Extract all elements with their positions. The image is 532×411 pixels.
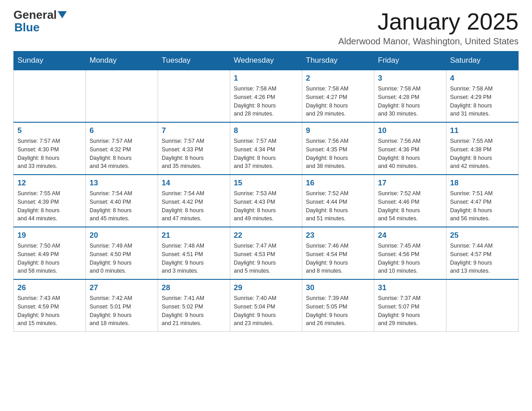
day-info: Sunrise: 7:57 AM Sunset: 4:30 PM Dayligh… xyxy=(17,137,82,171)
day-number: 18 xyxy=(450,179,515,188)
day-number: 12 xyxy=(17,179,82,188)
calendar-cell: 5Sunrise: 7:57 AM Sunset: 4:30 PM Daylig… xyxy=(14,122,86,175)
day-number: 2 xyxy=(306,74,370,83)
calendar-header-saturday: Saturday xyxy=(446,51,519,70)
day-info: Sunrise: 7:57 AM Sunset: 4:33 PM Dayligh… xyxy=(162,137,226,171)
calendar-cell: 2Sunrise: 7:58 AM Sunset: 4:27 PM Daylig… xyxy=(302,70,374,122)
calendar-cell: 18Sunrise: 7:51 AM Sunset: 4:47 PM Dayli… xyxy=(446,175,519,227)
day-info: Sunrise: 7:42 AM Sunset: 5:01 PM Dayligh… xyxy=(90,294,154,328)
calendar-cell: 23Sunrise: 7:46 AM Sunset: 4:54 PM Dayli… xyxy=(302,227,374,279)
calendar-header-row: SundayMondayTuesdayWednesdayThursdayFrid… xyxy=(14,51,519,70)
calendar-cell: 11Sunrise: 7:55 AM Sunset: 4:38 PM Dayli… xyxy=(446,122,519,175)
day-info: Sunrise: 7:46 AM Sunset: 4:54 PM Dayligh… xyxy=(306,242,370,275)
calendar-cell: 10Sunrise: 7:56 AM Sunset: 4:36 PM Dayli… xyxy=(374,122,446,175)
calendar-week-row-5: 26Sunrise: 7:43 AM Sunset: 4:59 PM Dayli… xyxy=(14,279,519,332)
day-number: 16 xyxy=(306,179,370,188)
day-info: Sunrise: 7:57 AM Sunset: 4:34 PM Dayligh… xyxy=(234,137,298,171)
day-info: Sunrise: 7:56 AM Sunset: 4:36 PM Dayligh… xyxy=(378,137,442,171)
day-info: Sunrise: 7:48 AM Sunset: 4:51 PM Dayligh… xyxy=(162,242,226,275)
day-info: Sunrise: 7:54 AM Sunset: 4:40 PM Dayligh… xyxy=(90,189,154,223)
calendar-cell: 19Sunrise: 7:50 AM Sunset: 4:49 PM Dayli… xyxy=(14,227,86,279)
day-info: Sunrise: 7:45 AM Sunset: 4:56 PM Dayligh… xyxy=(378,242,442,275)
day-info: Sunrise: 7:57 AM Sunset: 4:32 PM Dayligh… xyxy=(90,137,154,171)
calendar-week-row-3: 12Sunrise: 7:55 AM Sunset: 4:39 PM Dayli… xyxy=(14,175,519,227)
calendar-cell: 28Sunrise: 7:41 AM Sunset: 5:02 PM Dayli… xyxy=(158,279,230,332)
logo-triangle-icon xyxy=(58,11,67,18)
day-info: Sunrise: 7:58 AM Sunset: 4:26 PM Dayligh… xyxy=(234,85,298,118)
day-info: Sunrise: 7:39 AM Sunset: 5:05 PM Dayligh… xyxy=(306,294,370,328)
day-number: 31 xyxy=(378,283,442,292)
day-number: 15 xyxy=(234,179,298,188)
calendar-week-row-4: 19Sunrise: 7:50 AM Sunset: 4:49 PM Dayli… xyxy=(14,227,519,279)
logo-general-text: General xyxy=(13,9,57,21)
day-info: Sunrise: 7:51 AM Sunset: 4:47 PM Dayligh… xyxy=(450,189,515,223)
calendar-cell: 21Sunrise: 7:48 AM Sunset: 4:51 PM Dayli… xyxy=(158,227,230,279)
calendar-header-monday: Monday xyxy=(86,51,158,70)
day-number: 4 xyxy=(450,74,515,83)
calendar-week-row-1: 1Sunrise: 7:58 AM Sunset: 4:26 PM Daylig… xyxy=(14,70,519,122)
calendar-cell: 17Sunrise: 7:52 AM Sunset: 4:46 PM Dayli… xyxy=(374,175,446,227)
day-info: Sunrise: 7:44 AM Sunset: 4:57 PM Dayligh… xyxy=(450,242,515,275)
day-number: 29 xyxy=(234,283,298,292)
day-number: 20 xyxy=(90,231,154,240)
calendar-cell: 25Sunrise: 7:44 AM Sunset: 4:57 PM Dayli… xyxy=(446,227,519,279)
calendar-cell: 9Sunrise: 7:56 AM Sunset: 4:35 PM Daylig… xyxy=(302,122,374,175)
day-number: 28 xyxy=(162,283,226,292)
calendar-header-sunday: Sunday xyxy=(14,51,86,70)
calendar-header-thursday: Thursday xyxy=(302,51,374,70)
day-number: 30 xyxy=(306,283,370,292)
title-section: January 2025 Alderwood Manor, Washington… xyxy=(338,9,519,47)
month-title: January 2025 xyxy=(338,9,519,34)
calendar-cell: 15Sunrise: 7:53 AM Sunset: 4:43 PM Dayli… xyxy=(230,175,302,227)
day-info: Sunrise: 7:40 AM Sunset: 5:04 PM Dayligh… xyxy=(234,294,298,328)
calendar-week-row-2: 5Sunrise: 7:57 AM Sunset: 4:30 PM Daylig… xyxy=(14,122,519,175)
calendar-cell: 14Sunrise: 7:54 AM Sunset: 4:42 PM Dayli… xyxy=(158,175,230,227)
day-number: 5 xyxy=(17,126,82,135)
calendar-cell xyxy=(158,70,230,122)
calendar-cell xyxy=(86,70,158,122)
day-number: 19 xyxy=(17,231,82,240)
day-info: Sunrise: 7:47 AM Sunset: 4:53 PM Dayligh… xyxy=(234,242,298,275)
calendar-cell: 8Sunrise: 7:57 AM Sunset: 4:34 PM Daylig… xyxy=(230,122,302,175)
calendar-cell: 3Sunrise: 7:58 AM Sunset: 4:28 PM Daylig… xyxy=(374,70,446,122)
day-info: Sunrise: 7:55 AM Sunset: 4:39 PM Dayligh… xyxy=(17,189,82,223)
day-number: 24 xyxy=(378,231,442,240)
day-number: 26 xyxy=(17,283,82,292)
day-info: Sunrise: 7:58 AM Sunset: 4:29 PM Dayligh… xyxy=(450,85,515,118)
calendar-cell: 12Sunrise: 7:55 AM Sunset: 4:39 PM Dayli… xyxy=(14,175,86,227)
calendar-cell xyxy=(14,70,86,122)
day-number: 7 xyxy=(162,126,226,135)
day-info: Sunrise: 7:52 AM Sunset: 4:44 PM Dayligh… xyxy=(306,189,370,223)
day-number: 17 xyxy=(378,179,442,188)
day-number: 25 xyxy=(450,231,515,240)
location-title: Alderwood Manor, Washington, United Stat… xyxy=(338,36,519,47)
day-info: Sunrise: 7:41 AM Sunset: 5:02 PM Dayligh… xyxy=(162,294,226,328)
calendar-header-wednesday: Wednesday xyxy=(230,51,302,70)
calendar-cell: 22Sunrise: 7:47 AM Sunset: 4:53 PM Dayli… xyxy=(230,227,302,279)
day-number: 6 xyxy=(90,126,154,135)
page-header: General Blue January 2025 Alderwood Mano… xyxy=(13,9,519,47)
day-number: 22 xyxy=(234,231,298,240)
calendar-cell: 1Sunrise: 7:58 AM Sunset: 4:26 PM Daylig… xyxy=(230,70,302,122)
calendar-cell: 4Sunrise: 7:58 AM Sunset: 4:29 PM Daylig… xyxy=(446,70,519,122)
day-info: Sunrise: 7:52 AM Sunset: 4:46 PM Dayligh… xyxy=(378,189,442,223)
day-number: 9 xyxy=(306,126,370,135)
logo-blue-text: Blue xyxy=(14,21,39,34)
calendar-cell: 29Sunrise: 7:40 AM Sunset: 5:04 PM Dayli… xyxy=(230,279,302,332)
calendar-table: SundayMondayTuesdayWednesdayThursdayFrid… xyxy=(13,51,519,332)
calendar-cell: 13Sunrise: 7:54 AM Sunset: 4:40 PM Dayli… xyxy=(86,175,158,227)
calendar-header-friday: Friday xyxy=(374,51,446,70)
day-number: 27 xyxy=(90,283,154,292)
day-info: Sunrise: 7:58 AM Sunset: 4:27 PM Dayligh… xyxy=(306,85,370,118)
day-number: 21 xyxy=(162,231,226,240)
day-info: Sunrise: 7:50 AM Sunset: 4:49 PM Dayligh… xyxy=(17,242,82,275)
day-info: Sunrise: 7:37 AM Sunset: 5:07 PM Dayligh… xyxy=(378,294,442,328)
day-info: Sunrise: 7:49 AM Sunset: 4:50 PM Dayligh… xyxy=(90,242,154,275)
day-number: 13 xyxy=(90,179,154,188)
day-info: Sunrise: 7:43 AM Sunset: 4:59 PM Dayligh… xyxy=(17,294,82,328)
day-info: Sunrise: 7:56 AM Sunset: 4:35 PM Dayligh… xyxy=(306,137,370,171)
calendar-cell: 6Sunrise: 7:57 AM Sunset: 4:32 PM Daylig… xyxy=(86,122,158,175)
calendar-cell: 31Sunrise: 7:37 AM Sunset: 5:07 PM Dayli… xyxy=(374,279,446,332)
day-number: 10 xyxy=(378,126,442,135)
day-number: 3 xyxy=(378,74,442,83)
